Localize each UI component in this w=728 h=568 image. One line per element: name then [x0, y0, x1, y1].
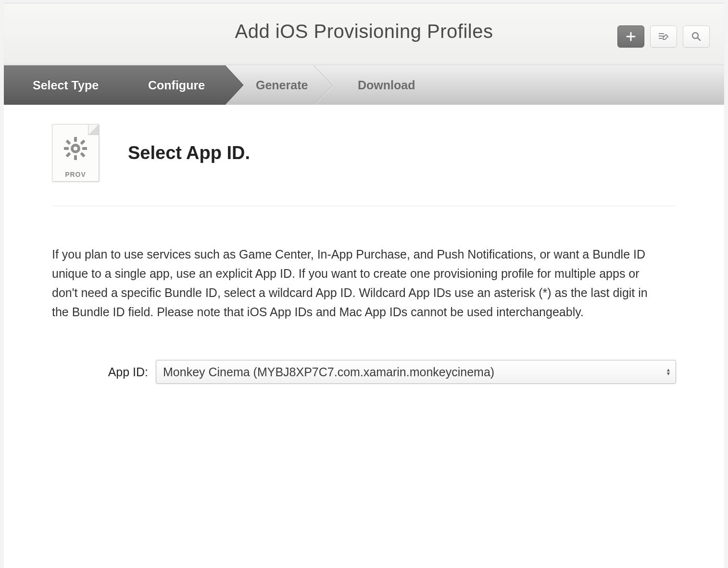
gear-icon — [63, 136, 88, 163]
svg-rect-9 — [80, 152, 85, 157]
svg-rect-11 — [65, 152, 71, 157]
app-id-label: App ID: — [52, 365, 148, 379]
svg-point-3 — [74, 147, 77, 150]
content-area: PROV Select App ID. If you plan to use s… — [4, 105, 724, 568]
edit-button[interactable] — [650, 25, 677, 48]
page-title: Add iOS Provisioning Profiles — [4, 3, 724, 42]
plus-icon — [626, 32, 636, 41]
provisioning-profile-icon: PROV — [52, 124, 99, 182]
svg-rect-7 — [82, 147, 87, 150]
app-id-selected-value: Monkey Cinema (MYBJ8XP7C7.com.xamarin.mo… — [163, 365, 494, 379]
provisioning-icon-label: PROV — [52, 171, 99, 178]
header-toolbar — [617, 25, 710, 48]
step-generate: Generate — [256, 65, 308, 105]
svg-rect-10 — [80, 139, 85, 145]
step-select-type[interactable]: Select Type — [33, 65, 99, 105]
app-id-row: App ID: Monkey Cinema (MYBJ8XP7C7.com.xa… — [4, 321, 724, 384]
svg-rect-4 — [74, 137, 77, 142]
step-label: Configure — [148, 78, 205, 92]
search-button[interactable] — [683, 25, 710, 48]
step-bar: Select Type Configure Generate Download — [4, 65, 724, 105]
edit-icon — [658, 32, 669, 41]
svg-rect-6 — [64, 147, 69, 150]
page-header: Add iOS Provisioning Profiles — [4, 3, 724, 65]
step-download: Download — [358, 65, 415, 105]
description-text: If you plan to use services such as Game… — [4, 206, 724, 321]
step-label: Generate — [256, 78, 308, 92]
step-label: Select Type — [33, 78, 99, 92]
section-title: Select App ID. — [128, 143, 250, 163]
select-arrows-icon: ▲▼ — [666, 368, 671, 376]
step-configure[interactable]: Configure — [148, 65, 205, 105]
svg-rect-8 — [65, 139, 71, 145]
app-id-select[interactable]: Monkey Cinema (MYBJ8XP7C7.com.xamarin.mo… — [156, 360, 676, 384]
search-icon — [691, 31, 702, 42]
add-button[interactable] — [617, 25, 644, 48]
step-label: Download — [358, 78, 415, 92]
svg-rect-5 — [74, 155, 77, 160]
